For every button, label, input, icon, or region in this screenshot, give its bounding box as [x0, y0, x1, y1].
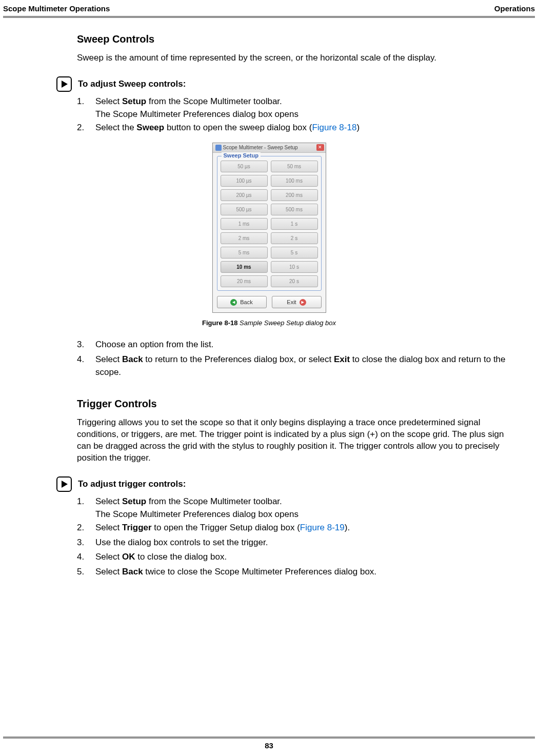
sweep-step-3: 3. Choose an option from the list. — [77, 338, 507, 351]
sweep-option[interactable]: 500 µs — [221, 204, 268, 215]
sweep-option[interactable]: 1 s — [271, 218, 318, 230]
sweep-step-1-sub: The Scope Multimeter Preferences dialog … — [95, 109, 507, 120]
xref-figure-8-19[interactable]: Figure 8-19 — [300, 523, 345, 532]
sweep-option-selected[interactable]: 10 ms — [221, 261, 268, 273]
header-right: Operations — [494, 4, 535, 13]
exit-button[interactable]: Exit ► — [272, 296, 322, 308]
procedure-title-sweep: To adjust Sweep controls: — [78, 76, 186, 89]
sweep-option[interactable]: 200 ms — [271, 189, 318, 201]
figure-8-18-caption: Figure 8-18 Sample Sweep Setup dialog bo… — [31, 319, 507, 327]
back-arrow-icon: ◄ — [230, 299, 237, 306]
close-icon[interactable]: ✕ — [316, 144, 324, 151]
sweep-steps: 1. Select Setup from the Scope Multimete… — [77, 95, 507, 108]
page-number: 83 — [0, 741, 538, 750]
procedure-title-trigger: To adjust trigger controls: — [78, 476, 186, 489]
trigger-step-5: 5. Select Back twice to close the Scope … — [77, 565, 507, 579]
sweep-option[interactable]: 5 s — [271, 247, 318, 258]
back-button[interactable]: ◄ Back — [217, 296, 267, 308]
header-left: Scope Multimeter Operations — [3, 4, 110, 13]
sweep-option[interactable]: 2 s — [271, 232, 318, 244]
sweep-option[interactable]: 5 ms — [221, 247, 268, 258]
sweep-step-1: 1. Select Setup from the Scope Multimete… — [77, 95, 507, 108]
sweep-step-4: 4. Select Back to return to the Preferen… — [77, 353, 507, 379]
sweep-option-grid: 50 µs 50 ms 100 µs 100 ms 200 µs 200 ms … — [221, 161, 318, 287]
sweep-option[interactable]: 50 ms — [271, 161, 318, 172]
trigger-step-3: 3. Use the dialog box controls to set th… — [77, 536, 507, 549]
sweep-option[interactable]: 50 µs — [221, 161, 268, 172]
trigger-intro: Triggering allows you to set the scope s… — [77, 417, 505, 464]
sweep-setup-fieldset: Sweep Setup 50 µs 50 ms 100 µs 100 ms 20… — [217, 156, 322, 291]
sweep-option[interactable]: 200 µs — [221, 189, 268, 201]
heading-sweep-controls: Sweep Controls — [77, 33, 507, 45]
sweep-intro: Sweep is the amount of time represented … — [77, 52, 505, 64]
sweep-option[interactable]: 2 ms — [221, 232, 268, 244]
sweep-option[interactable]: 100 µs — [221, 175, 268, 187]
figure-8-18: Scope Multimeter - Sweep Setup ✕ Sweep S… — [31, 143, 507, 313]
svg-marker-1 — [62, 481, 68, 488]
dialog-app-icon — [215, 145, 222, 151]
page-header: Scope Multimeter Operations Operations — [0, 0, 538, 16]
sweep-option[interactable]: 20 ms — [221, 275, 268, 287]
sweep-option[interactable]: 1 ms — [221, 218, 268, 230]
trigger-step-1: 1. Select Setup from the Scope Multimete… — [77, 495, 507, 508]
svg-marker-0 — [62, 81, 68, 88]
procedure-icon — [56, 76, 72, 92]
sweep-option[interactable]: 20 s — [271, 275, 318, 287]
trigger-step-2: 2. Select Trigger to open the Trigger Se… — [77, 521, 507, 534]
footer-rule — [3, 737, 535, 739]
procedure-icon — [56, 476, 72, 492]
xref-figure-8-18[interactable]: Figure 8-18 — [312, 123, 356, 132]
exit-arrow-icon: ► — [300, 299, 306, 306]
sweep-option[interactable]: 500 ms — [271, 204, 318, 215]
sweep-option[interactable]: 10 s — [271, 261, 318, 273]
trigger-steps: 1. Select Setup from the Scope Multimete… — [77, 495, 507, 508]
dialog-titlebar: Scope Multimeter - Sweep Setup ✕ — [213, 143, 326, 153]
dialog-footer: ◄ Back Exit ► — [213, 293, 326, 312]
sweep-option[interactable]: 100 ms — [271, 175, 318, 187]
heading-trigger-controls: Trigger Controls — [77, 398, 507, 410]
fieldset-legend: Sweep Setup — [222, 152, 261, 158]
sweep-setup-dialog: Scope Multimeter - Sweep Setup ✕ Sweep S… — [212, 143, 326, 313]
trigger-step-1-sub: The Scope Multimeter Preferences dialog … — [95, 509, 507, 520]
sweep-step-2: 2. Select the Sweep button to open the s… — [77, 121, 507, 134]
trigger-step-4: 4. Select OK to close the dialog box. — [77, 550, 507, 564]
